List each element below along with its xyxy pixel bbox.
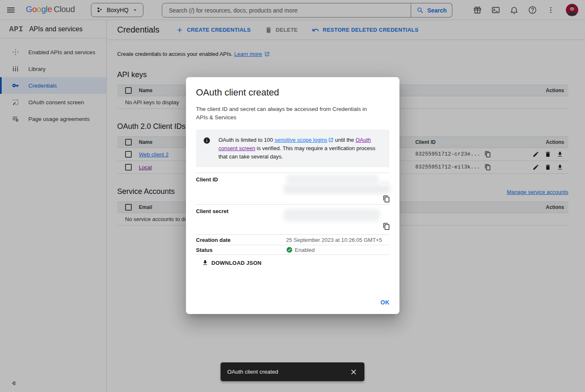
status-badge: Enabled: [295, 247, 315, 253]
close-icon[interactable]: [349, 368, 358, 376]
client-secret-row: Client secret: [196, 204, 389, 234]
toast-message: OAuth client created: [227, 369, 349, 375]
status-row: Status Enabled: [196, 245, 389, 255]
client-secret-label: Client secret: [196, 205, 286, 234]
snackbar-toast: OAuth client created: [221, 362, 364, 381]
copy-client-secret-icon[interactable]: [383, 223, 390, 230]
external-link-icon: [328, 137, 334, 143]
verification-notice: OAuth is limited to 100 sensitive scope …: [196, 130, 389, 167]
creation-date-label: Creation date: [196, 237, 286, 243]
redacted-client-id: [286, 175, 379, 184]
sensitive-scope-logins-link[interactable]: sensitive scope logins: [274, 137, 327, 143]
creation-date-value: 25 September 2023 at 10:26:05 GMT+5: [286, 237, 389, 243]
client-id-label: Client ID: [196, 173, 286, 204]
status-enabled-check-icon: [286, 246, 293, 253]
redacted-client-id: [284, 184, 390, 194]
download-icon: [202, 259, 208, 266]
dialog-subtitle: The client ID and secret can always be a…: [186, 98, 399, 122]
info-icon: [203, 137, 211, 144]
status-label: Status: [196, 247, 286, 253]
dialog-title: OAuth client created: [186, 77, 399, 98]
redacted-client-id: [379, 181, 389, 186]
oauth-client-created-dialog: OAuth client created The client ID and s…: [186, 77, 399, 314]
ok-button[interactable]: OK: [381, 299, 390, 306]
redacted-client-secret: [284, 209, 380, 221]
creation-date-row: Creation date 25 September 2023 at 10:26…: [196, 234, 389, 245]
copy-client-id-icon[interactable]: [383, 195, 390, 203]
download-json-button[interactable]: DOWNLOAD JSON: [202, 259, 261, 266]
client-id-row: Client ID: [196, 173, 389, 204]
